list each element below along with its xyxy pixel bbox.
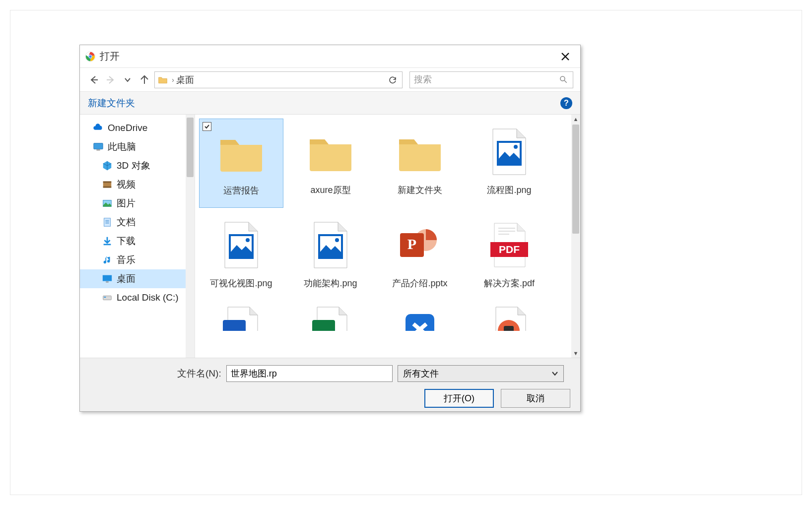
folder-icon	[303, 125, 358, 179]
sidebar-item-local-disk-c[interactable]: Local Disk (C:)	[80, 288, 195, 307]
sidebar-item-label: 桌面	[117, 272, 135, 285]
nav-row: › 桌面	[80, 68, 580, 92]
back-button[interactable]	[87, 73, 101, 87]
new-folder-button[interactable]: 新建文件夹	[88, 97, 135, 110]
file-item-pdf[interactable]: PDF 解决方案.pdf	[467, 212, 551, 301]
titlebar: 打开	[80, 45, 580, 68]
sidebar-item-desktop[interactable]: 桌面	[80, 269, 195, 288]
file-scrollbar[interactable]: ▲ ▼	[571, 115, 580, 358]
filename-label: 文件名(N):	[177, 367, 221, 380]
svg-rect-15	[104, 297, 106, 298]
file-item-pptx[interactable]: P 产品介绍.pptx	[378, 212, 462, 301]
open-dialog: 打开	[79, 45, 581, 412]
file-item-folder[interactable]: 运营报告	[199, 119, 283, 208]
image-file-icon	[214, 218, 269, 272]
file-item-png[interactable]: 流程图.png	[467, 119, 551, 208]
refresh-button[interactable]	[386, 73, 399, 86]
file-item-folder[interactable]: axure原型	[288, 119, 373, 208]
filename-row: 文件名(N): 所有文件	[90, 365, 570, 382]
sidebar-item-label: 此电脑	[108, 140, 136, 153]
file-item-xmind[interactable]	[378, 305, 462, 331]
recent-dropdown[interactable]	[121, 73, 135, 87]
toolbar-row: 新建文件夹 ?	[80, 92, 580, 115]
sidebar-item-label: 文档	[117, 216, 135, 229]
onedrive-icon	[93, 123, 104, 133]
sidebar-item-pictures[interactable]: 图片	[80, 194, 195, 213]
svg-text:P: P	[407, 236, 416, 252]
dialog-title: 打开	[100, 50, 120, 63]
sidebar-scroll-thumb[interactable]	[187, 118, 194, 177]
svg-point-17	[514, 145, 518, 149]
search-input[interactable]	[414, 74, 559, 85]
file-pane: 运营报告 axure原型 新建文件夹	[195, 115, 580, 358]
svg-point-21	[335, 238, 339, 242]
breadcrumb-location: 桌面	[176, 74, 194, 86]
search-box[interactable]	[409, 71, 573, 88]
sidebar-item-3d-objects[interactable]: 3D 对象	[80, 156, 195, 175]
download-icon	[102, 236, 113, 247]
file-scroll-thumb[interactable]	[572, 125, 579, 234]
picture-icon	[102, 198, 113, 209]
document-icon	[102, 217, 113, 228]
excel-icon	[303, 305, 358, 331]
file-filter-label: 所有文件	[403, 368, 439, 379]
file-item-png[interactable]: 可视化视图.png	[199, 212, 283, 301]
file-label: 新建文件夹	[398, 184, 442, 196]
sidebar-item-downloads[interactable]: 下载	[80, 232, 195, 251]
file-label: axure原型	[310, 184, 350, 196]
file-label: 功能架构.png	[304, 277, 357, 289]
file-item-docx[interactable]	[199, 305, 283, 331]
checkbox-icon[interactable]	[203, 122, 211, 131]
sidebar-item-this-pc[interactable]: 此电脑	[80, 137, 195, 156]
open-button[interactable]: 打开(O)	[424, 389, 494, 408]
breadcrumb[interactable]: › 桌面	[154, 71, 403, 88]
tree: OneDrive 此电脑 3D 对象	[80, 115, 195, 311]
sidebar-item-onedrive[interactable]: OneDrive	[80, 119, 195, 137]
svg-rect-11	[104, 244, 111, 246]
filename-input[interactable]	[226, 365, 393, 382]
image-file-icon	[303, 218, 358, 272]
arrow-right-icon	[106, 75, 116, 85]
svg-rect-4	[94, 143, 103, 149]
file-item-png[interactable]: 功能架构.png	[288, 212, 373, 301]
dialog-footer: 文件名(N): 所有文件 打开(O) 取消	[80, 358, 580, 411]
scroll-down-icon[interactable]: ▼	[571, 349, 580, 358]
svg-rect-31	[504, 326, 514, 331]
file-label: 解决方案.pdf	[484, 277, 535, 289]
xmind-icon	[393, 305, 447, 331]
file-label: 运营报告	[223, 185, 259, 196]
svg-rect-13	[106, 282, 109, 283]
sidebar-item-videos[interactable]: 视频	[80, 175, 195, 194]
file-filter-select[interactable]: 所有文件	[398, 365, 564, 382]
sidebar-item-label: 3D 对象	[117, 159, 150, 172]
sidebar-item-label: Local Disk (C:)	[117, 292, 179, 303]
cancel-button[interactable]: 取消	[501, 389, 570, 408]
file-item-xlsx[interactable]	[288, 305, 373, 331]
cancel-button-label: 取消	[527, 392, 544, 404]
forward-button[interactable]	[104, 73, 118, 87]
refresh-icon	[388, 75, 397, 84]
file-item-rp[interactable]	[467, 305, 551, 331]
button-row: 打开(O) 取消	[90, 389, 570, 408]
file-label: 产品介绍.pptx	[392, 277, 447, 289]
sidebar-item-documents[interactable]: 文档	[80, 213, 195, 232]
search-icon	[559, 75, 569, 85]
sidebar-item-music[interactable]: 音乐	[80, 251, 195, 269]
sidebar-scrollbar[interactable]	[186, 115, 195, 358]
breadcrumb-sep: ›	[172, 75, 174, 84]
svg-point-19	[246, 238, 250, 242]
close-button[interactable]	[555, 47, 575, 66]
help-button[interactable]: ?	[560, 97, 572, 109]
dialog-body: OneDrive 此电脑 3D 对象	[80, 115, 580, 358]
music-icon	[102, 254, 113, 265]
svg-rect-27	[223, 320, 246, 331]
cube-icon	[102, 160, 113, 171]
up-button[interactable]	[137, 73, 151, 87]
svg-rect-5	[96, 150, 100, 151]
disk-icon	[102, 292, 113, 303]
svg-text:PDF: PDF	[499, 244, 520, 255]
file-item-folder[interactable]: 新建文件夹	[378, 119, 462, 208]
scroll-up-icon[interactable]: ▲	[571, 115, 580, 124]
powerpoint-icon: P	[393, 218, 447, 272]
image-file-icon	[482, 125, 537, 179]
